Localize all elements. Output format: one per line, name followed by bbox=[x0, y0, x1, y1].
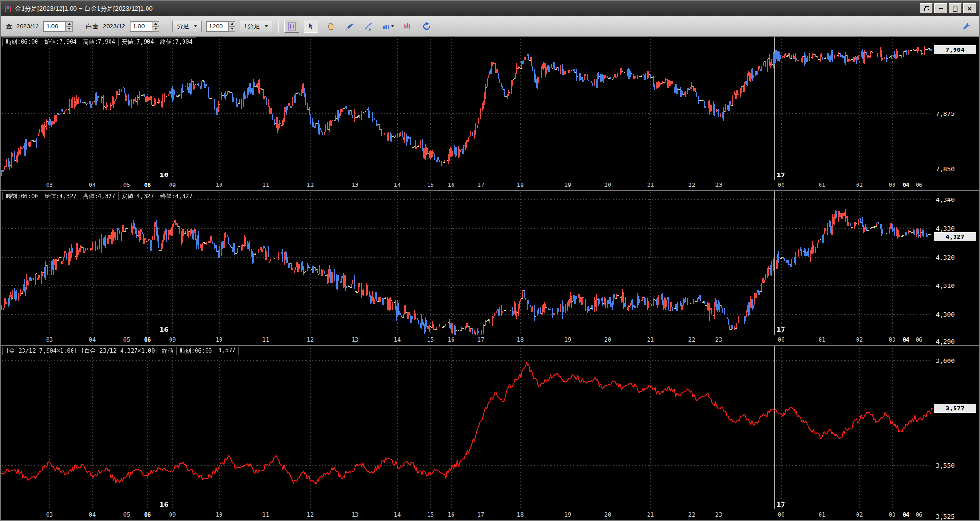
time-axis-label: 04 bbox=[89, 182, 96, 188]
time-axis-label: 12 bbox=[307, 511, 314, 518]
interval-label: 1分足 bbox=[244, 22, 260, 31]
price-axis-label: 3,525 bbox=[936, 513, 955, 520]
toolbar: 金 2023/12 1.00 白金 2023/12 1.00 分足 1200 bbox=[1, 16, 979, 37]
time-axis-label: 18 bbox=[517, 511, 524, 518]
time-axis-label: 10 bbox=[216, 511, 222, 518]
time-axis-label: 03 bbox=[46, 336, 53, 343]
compare-chart-button[interactable] bbox=[400, 20, 415, 33]
time-axis-label: 14 bbox=[394, 182, 401, 188]
chevron-down-icon bbox=[264, 25, 268, 27]
price-axis-label: 3,550 bbox=[936, 462, 955, 469]
bar-count-up-button[interactable] bbox=[228, 21, 235, 26]
gold-month[interactable]: 2023/12 bbox=[16, 23, 39, 30]
time-axis-label: 05 bbox=[123, 182, 130, 188]
window-restore-button[interactable] bbox=[920, 3, 933, 13]
time-axis-label: 02 bbox=[856, 511, 863, 518]
platinum-time-axis: 0304050609101112131415161718192021222300… bbox=[1, 335, 933, 345]
restore-icon bbox=[924, 6, 930, 12]
trendline-tool-button[interactable] bbox=[361, 20, 376, 33]
spread-header-segment: 3,577 bbox=[215, 347, 239, 355]
spread-header-segment: 時刻:06:00 bbox=[177, 347, 215, 355]
time-axis-label: 19 bbox=[564, 511, 571, 518]
platinum-ratio-value[interactable]: 1.00 bbox=[130, 21, 152, 32]
time-axis-label: 15 bbox=[427, 511, 434, 518]
time-axis-label: 02 bbox=[856, 336, 863, 343]
time-axis-label: 21 bbox=[647, 182, 654, 188]
time-axis-label: 16 bbox=[448, 336, 454, 343]
platinum-panel: 時刻:06:00始値:4,327高値:4,327安値:4,327終値:4,327… bbox=[1, 191, 979, 345]
bar-type-dropdown[interactable]: 分足 bbox=[172, 21, 202, 32]
time-axis-label: 06 bbox=[916, 511, 922, 518]
time-axis-label: 23 bbox=[715, 336, 722, 343]
interval-dropdown[interactable]: 1分足 bbox=[240, 21, 272, 32]
platinum-header-segment: 高値:4,327 bbox=[80, 192, 119, 200]
bar-count-spinner: 1200 bbox=[206, 21, 235, 32]
spread-chart-canvas[interactable] bbox=[1, 346, 933, 509]
select-tool-button[interactable] bbox=[304, 20, 318, 33]
platinum-ratio-up-button[interactable] bbox=[152, 21, 159, 26]
time-axis-label: 00 bbox=[778, 511, 784, 518]
time-axis-label: 18 bbox=[517, 336, 524, 343]
time-axis-label: 17 bbox=[478, 511, 484, 518]
hand-icon bbox=[326, 22, 335, 31]
time-axis-label: 04 bbox=[903, 511, 909, 518]
gold-time-axis: 0304050609101112131415161718192021222300… bbox=[1, 180, 933, 190]
pan-tool-button[interactable] bbox=[323, 20, 338, 33]
chevron-down-icon bbox=[194, 25, 197, 27]
gold-header-segment: 高値:7,904 bbox=[80, 37, 119, 46]
time-axis-label: 22 bbox=[688, 511, 695, 518]
chart-mode-button[interactable] bbox=[284, 20, 299, 33]
price-axis-label: 4,310 bbox=[936, 282, 955, 289]
gold-header: 時刻:06:00始値:7,904高値:7,904安値:7,904終値:7,904 bbox=[2, 37, 196, 46]
time-axis-label: 04 bbox=[89, 511, 96, 518]
time-axis-label: 10 bbox=[216, 336, 222, 343]
time-axis-label: 10 bbox=[216, 182, 222, 188]
time-axis-label: 06 bbox=[144, 511, 151, 518]
time-axis-label: 03 bbox=[889, 336, 895, 343]
close-button[interactable]: × bbox=[963, 3, 976, 13]
gold-ratio-down-button[interactable] bbox=[65, 26, 73, 32]
time-axis-label: 17 bbox=[478, 182, 484, 188]
time-axis-label: 04 bbox=[903, 336, 909, 343]
gold-ratio-value[interactable]: 1.00 bbox=[43, 21, 65, 32]
time-axis-label: 06 bbox=[916, 336, 922, 343]
time-axis-label: 14 bbox=[394, 511, 401, 518]
cursor-icon bbox=[307, 22, 315, 30]
price-axis-label: 7,850 bbox=[936, 165, 955, 173]
app-window: 金1分足[2023/12]1.00 − 白金1分足[2023/12]1.00 −… bbox=[0, 0, 980, 521]
minimize-button[interactable]: − bbox=[934, 3, 947, 13]
time-axis-label: 20 bbox=[604, 511, 611, 518]
platinum-header-segment: 時刻:06:00 bbox=[2, 192, 41, 200]
gold-ratio-spinner: 1.00 bbox=[43, 21, 73, 32]
spread-header-segment: [金 23/12 7,904×1.00]−[白金 23/12 4,327×1.0… bbox=[2, 347, 177, 355]
indicator-dropdown-button[interactable] bbox=[380, 20, 395, 33]
platinum-month[interactable]: 2023/12 bbox=[103, 23, 125, 30]
wrench-icon bbox=[962, 22, 971, 31]
price-axis-label: 4,330 bbox=[936, 225, 955, 232]
time-axis-label: 09 bbox=[169, 182, 176, 188]
platinum-chart-canvas[interactable] bbox=[1, 191, 933, 335]
gold-panel: 時刻:06:00始値:7,904高値:7,904安値:7,904終値:7,904… bbox=[1, 37, 979, 190]
spread-panel: [金 23/12 7,904×1.00]−[白金 23/12 4,327×1.0… bbox=[1, 346, 979, 520]
maximize-button[interactable]: □ bbox=[949, 3, 962, 13]
gold-ratio-up-button[interactable] bbox=[65, 21, 73, 26]
platinum-ratio-down-button[interactable] bbox=[152, 26, 159, 32]
settings-wrench-button[interactable] bbox=[959, 20, 974, 33]
time-axis-label: 19 bbox=[564, 182, 571, 188]
current-price-tag: 7,904 bbox=[934, 45, 976, 54]
time-axis-label: 13 bbox=[352, 336, 358, 343]
bar-count-down-button[interactable] bbox=[228, 26, 235, 32]
refresh-button[interactable] bbox=[419, 20, 434, 33]
time-axis-label: 23 bbox=[715, 511, 722, 518]
time-axis-label: 06 bbox=[144, 336, 151, 343]
time-axis-label: 06 bbox=[144, 182, 151, 188]
gold-header-segment: 安値:7,904 bbox=[119, 37, 157, 46]
gold-chart-canvas[interactable] bbox=[1, 37, 933, 180]
time-axis-label: 11 bbox=[262, 182, 269, 188]
gold-header-segment: 終値:7,904 bbox=[157, 37, 196, 46]
platinum-label: 白金 bbox=[86, 22, 98, 31]
bar-type-label: 分足 bbox=[177, 22, 189, 31]
draw-line-tool-button[interactable] bbox=[342, 20, 357, 33]
gold-label: 金 bbox=[6, 22, 12, 31]
bar-count-value[interactable]: 1200 bbox=[206, 21, 228, 32]
